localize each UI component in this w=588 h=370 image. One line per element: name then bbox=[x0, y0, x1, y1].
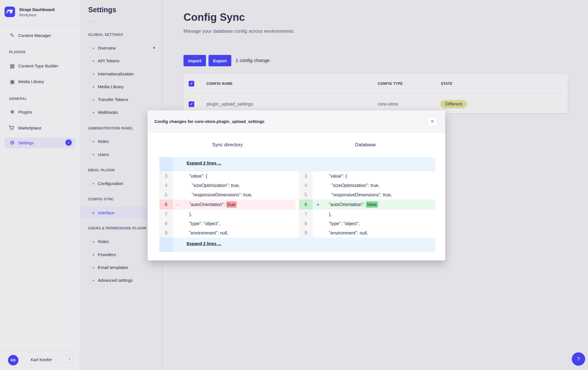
code-line: "value": { bbox=[313, 171, 435, 181]
removed-marker: - bbox=[177, 200, 178, 209]
code-line: "type": "object", bbox=[313, 219, 435, 228]
diff-added-side: 6 + "autoOrientation": false bbox=[299, 200, 435, 209]
column-gap bbox=[296, 190, 299, 200]
line-number: 6 bbox=[299, 200, 313, 209]
diff-column-header-database: Database bbox=[297, 142, 434, 148]
line-number: 5 bbox=[299, 190, 313, 200]
column-gap bbox=[296, 200, 299, 209]
modal-title: Config changes for core-store.plugin_upl… bbox=[154, 110, 265, 132]
code-line: }, bbox=[173, 209, 296, 219]
expand-lines-link[interactable]: Expand 2 lines ... bbox=[187, 161, 221, 165]
code-line: "sizeOptimization": true, bbox=[173, 181, 296, 190]
code-line: "responsiveDimensions": true, bbox=[313, 190, 435, 200]
removed-token: true bbox=[226, 201, 237, 208]
diff-view: Expand 2 lines ... 3 "value": { 3 "value… bbox=[159, 157, 435, 252]
column-gap bbox=[296, 228, 299, 238]
line-number: 3 bbox=[159, 171, 173, 181]
added-marker: + bbox=[317, 200, 319, 209]
code-text: "autoOrientation": bbox=[326, 202, 366, 207]
diff-line: 8 "type": "object", 8 "type": "object", bbox=[159, 219, 435, 228]
code-text: "autoOrientation": bbox=[187, 202, 226, 207]
line-number: 5 bbox=[159, 190, 173, 200]
diff-line: 4 "sizeOptimization": true, 4 "sizeOptim… bbox=[159, 181, 435, 190]
close-icon: × bbox=[431, 118, 434, 124]
close-button[interactable]: × bbox=[427, 117, 437, 127]
column-gap bbox=[296, 209, 299, 219]
code-line: "value": { bbox=[173, 171, 296, 181]
code-line: "responsiveDimensions": true, bbox=[173, 190, 296, 200]
diff-line: 5 "responsiveDimensions": true, 5 "respo… bbox=[159, 190, 435, 200]
line-number: 7 bbox=[159, 209, 173, 219]
expand-row-top: Expand 2 lines ... bbox=[159, 157, 435, 171]
line-number: 4 bbox=[299, 181, 313, 190]
expand-gutter bbox=[159, 157, 173, 171]
line-number: 8 bbox=[299, 219, 313, 228]
column-gap bbox=[296, 181, 299, 190]
code-line: "environment": null, bbox=[313, 228, 435, 238]
line-number: 4 bbox=[159, 181, 173, 190]
column-gap bbox=[296, 171, 299, 181]
column-gap bbox=[296, 219, 299, 228]
line-number: 9 bbox=[299, 228, 313, 238]
expand-row-bottom: Expand 2 lines ... bbox=[159, 238, 435, 252]
line-number: 8 bbox=[159, 219, 173, 228]
strapi-admin-screen: Strapi Dashboard Workplace ✎ Content Man… bbox=[0, 0, 588, 370]
line-number: 7 bbox=[299, 209, 313, 219]
expand-gutter bbox=[159, 238, 173, 252]
line-number: 3 bbox=[299, 171, 313, 181]
expand-area: Expand 2 lines ... bbox=[173, 157, 435, 171]
diff-removed-side: 6 - "autoOrientation": true bbox=[159, 200, 296, 209]
diff-line: 9 "environment": null, 9 "environment": … bbox=[159, 228, 435, 238]
line-number: 6 bbox=[159, 200, 173, 209]
modal-header: Config changes for core-store.plugin_upl… bbox=[148, 110, 445, 133]
added-token: false bbox=[366, 201, 378, 208]
code-line: "type": "object", bbox=[173, 219, 296, 228]
expand-area: Expand 2 lines ... bbox=[173, 238, 435, 252]
code-line-removed: - "autoOrientation": true bbox=[173, 200, 296, 209]
code-line: "sizeOptimization": true, bbox=[313, 181, 435, 190]
diff-line-changed: 6 - "autoOrientation": true 6 + "autoOri… bbox=[159, 200, 435, 209]
diff-line: 7 }, 7 }, bbox=[159, 209, 435, 219]
diff-column-header-sync: Sync directory bbox=[159, 142, 296, 148]
config-diff-modal: Config changes for core-store.plugin_upl… bbox=[148, 110, 445, 260]
code-line: }, bbox=[313, 209, 435, 219]
expand-lines-link[interactable]: Expand 2 lines ... bbox=[187, 241, 221, 246]
code-line-added: + "autoOrientation": false bbox=[313, 200, 435, 209]
diff-line: 3 "value": { 3 "value": { bbox=[159, 171, 435, 181]
line-number: 9 bbox=[159, 228, 173, 238]
code-line: "environment": null, bbox=[173, 228, 296, 238]
